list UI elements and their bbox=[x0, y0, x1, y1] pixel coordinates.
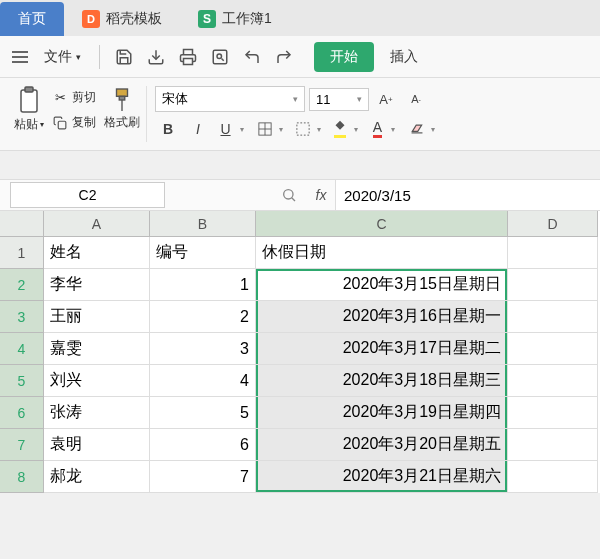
cell[interactable]: 张涛 bbox=[44, 397, 150, 429]
cell[interactable]: 袁明 bbox=[44, 429, 150, 461]
row-header[interactable]: 5 bbox=[0, 365, 44, 397]
tab-workbook[interactable]: S 工作簿1 bbox=[180, 2, 290, 36]
cell[interactable] bbox=[508, 301, 598, 333]
fill-color-button[interactable]: ▾ bbox=[329, 116, 363, 142]
svg-rect-5 bbox=[21, 90, 37, 112]
chevron-down-icon: ▾ bbox=[357, 94, 362, 104]
font-name-select[interactable]: 宋体 ▾ bbox=[155, 86, 305, 112]
fx-button[interactable]: fx bbox=[307, 183, 335, 207]
italic-button[interactable]: I bbox=[185, 116, 211, 142]
col-header-A[interactable]: A bbox=[44, 211, 150, 237]
format-painter-button[interactable]: 格式刷 bbox=[104, 114, 140, 131]
paste-icon[interactable] bbox=[15, 86, 43, 114]
select-all-corner[interactable] bbox=[0, 211, 44, 237]
col-header-B[interactable]: B bbox=[150, 211, 256, 237]
cell-selected[interactable]: 2020年3月17日星期二 bbox=[256, 333, 508, 365]
row-header[interactable]: 4 bbox=[0, 333, 44, 365]
row-header[interactable]: 1 bbox=[0, 237, 44, 269]
print-preview-icon[interactable] bbox=[206, 43, 234, 71]
cell[interactable]: 李华 bbox=[44, 269, 150, 301]
cell[interactable]: 王丽 bbox=[44, 301, 150, 333]
row-header[interactable]: 2 bbox=[0, 269, 44, 301]
svg-rect-7 bbox=[58, 121, 66, 129]
cut-button[interactable]: ✂ 剪切 bbox=[48, 86, 100, 109]
cell[interactable]: 2 bbox=[150, 301, 256, 333]
col-header-D[interactable]: D bbox=[508, 211, 598, 237]
cell[interactable] bbox=[508, 429, 598, 461]
svg-point-3 bbox=[217, 54, 222, 59]
row-header[interactable]: 6 bbox=[0, 397, 44, 429]
cell-selected[interactable]: 2020年3月20日星期五 bbox=[256, 429, 508, 461]
docer-icon: D bbox=[82, 10, 100, 28]
cell[interactable]: 编号 bbox=[150, 237, 256, 269]
start-label: 开始 bbox=[330, 48, 358, 64]
paste-button[interactable]: 粘贴 ▾ bbox=[14, 116, 44, 133]
cell-reference-input[interactable]: C2 bbox=[10, 182, 165, 208]
svg-point-16 bbox=[284, 190, 293, 199]
svg-rect-6 bbox=[25, 87, 33, 92]
copy-button[interactable]: 复制 bbox=[48, 111, 100, 134]
print-icon[interactable] bbox=[174, 43, 202, 71]
cell[interactable] bbox=[508, 365, 598, 397]
svg-rect-8 bbox=[117, 89, 128, 96]
decrease-font-button[interactable]: A- bbox=[403, 86, 429, 112]
cell[interactable]: 6 bbox=[150, 429, 256, 461]
cell[interactable]: 5 bbox=[150, 397, 256, 429]
tab-home[interactable]: 首页 bbox=[0, 2, 64, 36]
format-painter-label: 格式刷 bbox=[104, 114, 140, 131]
row-header[interactable]: 8 bbox=[0, 461, 44, 493]
row-header[interactable]: 3 bbox=[0, 301, 44, 333]
cell[interactable] bbox=[508, 237, 598, 269]
row-header[interactable]: 7 bbox=[0, 429, 44, 461]
clipboard-group: 粘贴 ▾ ✂ 剪切 复制 bbox=[8, 86, 147, 142]
cell-selected[interactable]: 2020年3月21日星期六 bbox=[256, 461, 508, 493]
menu-icon[interactable] bbox=[8, 45, 32, 69]
tab-docer[interactable]: D 稻壳模板 bbox=[64, 2, 180, 36]
chevron-down-icon: ▾ bbox=[40, 120, 44, 129]
ribbon-tab-start[interactable]: 开始 bbox=[314, 42, 374, 72]
cell[interactable]: 嘉雯 bbox=[44, 333, 150, 365]
undo-icon[interactable] bbox=[238, 43, 266, 71]
cell[interactable]: 7 bbox=[150, 461, 256, 493]
col-header-C[interactable]: C bbox=[256, 211, 508, 237]
cell[interactable]: 郝龙 bbox=[44, 461, 150, 493]
fill-bucket-icon bbox=[334, 120, 346, 138]
border-button[interactable]: ▾ bbox=[253, 116, 287, 142]
bold-button[interactable]: B bbox=[155, 116, 181, 142]
cell[interactable]: 休假日期 bbox=[256, 237, 508, 269]
outline-button[interactable]: ▾ bbox=[291, 116, 325, 142]
redo-icon[interactable] bbox=[270, 43, 298, 71]
cell[interactable] bbox=[508, 269, 598, 301]
copy-label: 复制 bbox=[72, 114, 96, 131]
cell[interactable]: 4 bbox=[150, 365, 256, 397]
formula-bar: C2 fx 2020/3/15 bbox=[0, 179, 600, 211]
cell-selected[interactable]: 2020年3月19日星期四 bbox=[256, 397, 508, 429]
cell[interactable]: 刘兴 bbox=[44, 365, 150, 397]
formula-input[interactable]: 2020/3/15 bbox=[335, 180, 600, 210]
increase-font-button[interactable]: A+ bbox=[373, 86, 399, 112]
cell[interactable]: 3 bbox=[150, 333, 256, 365]
file-menu[interactable]: 文件 ▾ bbox=[36, 44, 89, 70]
font-size-select[interactable]: 11 ▾ bbox=[309, 88, 369, 111]
cell[interactable]: 1 bbox=[150, 269, 256, 301]
font-color-icon: A bbox=[373, 120, 382, 138]
spreadsheet-grid: A B C D 1 姓名 编号 休假日期 2 李华 1 2020年3月15日星期… bbox=[0, 211, 600, 493]
underline-button[interactable]: U▾ bbox=[215, 116, 249, 142]
eraser-button[interactable]: ▾ bbox=[405, 116, 439, 142]
cell[interactable] bbox=[508, 333, 598, 365]
chevron-down-icon: ▾ bbox=[391, 125, 395, 134]
cell[interactable] bbox=[508, 461, 598, 493]
save-icon[interactable] bbox=[110, 43, 138, 71]
chevron-down-icon: ▾ bbox=[317, 125, 321, 134]
cell[interactable] bbox=[508, 397, 598, 429]
cell-active[interactable]: 2020年3月15日星期日 bbox=[256, 269, 508, 301]
cell-selected[interactable]: 2020年3月16日星期一 bbox=[256, 301, 508, 333]
cell[interactable]: 姓名 bbox=[44, 237, 150, 269]
ribbon-tab-insert[interactable]: 插入 bbox=[390, 48, 418, 66]
format-painter-icon[interactable] bbox=[108, 86, 136, 114]
font-color-button[interactable]: A ▾ bbox=[367, 116, 401, 142]
zoom-fit-icon[interactable] bbox=[275, 181, 303, 209]
export-icon[interactable] bbox=[142, 43, 170, 71]
svg-rect-14 bbox=[296, 123, 308, 135]
cell-selected[interactable]: 2020年3月18日星期三 bbox=[256, 365, 508, 397]
